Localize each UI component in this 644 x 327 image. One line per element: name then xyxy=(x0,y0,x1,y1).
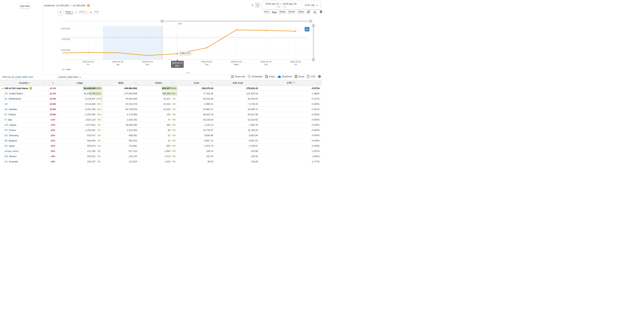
bids-column-menu[interactable]: ··· xyxy=(134,82,137,84)
cell-country[interactable]: ESSpain xyxy=(0,143,49,148)
chart-back-button[interactable] xyxy=(58,9,63,15)
cell-country[interactable]: BEBelgium xyxy=(0,138,49,143)
column-header-cost[interactable]: Cost ··· xyxy=(178,80,216,86)
cell-cost: 1,132.74 xyxy=(178,122,216,128)
y-brush-handle-bottom[interactable] xyxy=(312,58,315,62)
data-point[interactable] xyxy=(295,31,296,32)
country-code-link[interactable]: IT xyxy=(4,118,6,121)
column-header-imps[interactable]: ↓Imps ··· xyxy=(56,80,102,86)
short-link-button[interactable]: Short link xyxy=(231,75,245,78)
imps-column-menu[interactable]: ··· xyxy=(97,82,100,84)
cell-country[interactable]: 100 of 241 total itemsi xyxy=(0,86,49,91)
tooltip-date: 2025-04-21 xyxy=(171,62,184,64)
granularity-other[interactable]: Other... xyxy=(298,10,306,14)
time-brush-handle-left[interactable] xyxy=(160,20,164,23)
series-drag-handle[interactable] xyxy=(304,27,310,32)
data-point[interactable] xyxy=(236,29,237,31)
data-point[interactable] xyxy=(176,53,178,54)
custom-chart-lines-dropdown[interactable]: Custom chart lines xyxy=(58,76,81,78)
table-row: NLNetherlands±0.6%8,129,80710%40,300,084… xyxy=(0,96,322,102)
cell-country[interactable]: SESweden xyxy=(0,107,49,112)
csv-export-button[interactable]: CSV xyxy=(307,75,316,78)
cell-country[interactable]: PLPoland xyxy=(0,112,49,117)
column-header-ctr[interactable]: CTRf(x) ··· xyxy=(260,80,322,86)
timezone-display: (UTC +2) xyxy=(305,4,318,6)
cell-country[interactable]: AOAngola xyxy=(0,122,49,128)
cell-adv-cost: 49,821.56 xyxy=(216,112,260,117)
adv-cost-column-menu[interactable]: ··· xyxy=(255,82,258,84)
country-code-link[interactable]: FR xyxy=(4,129,8,132)
scheduler-button[interactable]: Scheduler xyxy=(248,75,263,78)
data-point[interactable] xyxy=(88,52,89,53)
country-code-link[interactable]: SE xyxy=(4,108,8,110)
cell-country[interactable]: (empty value) xyxy=(0,148,49,154)
cell-country[interactable]: ITItaly xyxy=(0,117,49,122)
granularity-selector: Hour|Day|Week|Month|Other... xyxy=(264,10,310,14)
cost-column-menu[interactable]: ··· xyxy=(210,82,213,84)
time-brush-handle-right[interactable] xyxy=(309,20,312,23)
data-point[interactable] xyxy=(265,30,267,31)
ctr-column-menu[interactable]: ··· xyxy=(317,82,320,84)
country-code-link[interactable]: PL xyxy=(4,113,7,116)
granularity-month[interactable]: Month xyxy=(288,10,295,14)
table-settings-gear-icon[interactable] xyxy=(318,75,321,78)
google-drive-button[interactable]: Drive xyxy=(265,75,275,78)
secondary-metric-dropdown[interactable]: Metric xyxy=(79,10,88,14)
country-code-link[interactable]: ES xyxy=(4,145,8,147)
country-column-menu[interactable]: ··· xyxy=(43,82,46,84)
cell-bids: 20,781,073 xyxy=(102,102,140,106)
date-next-button[interactable] xyxy=(255,2,260,8)
date-range-picker[interactable]: 2025 Apr 12 — 2025 Apr 25 -14d — -1d (UT… xyxy=(262,1,320,9)
add-column-button[interactable]: + xyxy=(49,80,57,86)
data-point[interactable] xyxy=(147,55,148,56)
excel-export-button[interactable]: Excel xyxy=(294,75,304,78)
cell-clicks: 3,0130% xyxy=(140,154,178,159)
date-prev-button[interactable] xyxy=(250,3,254,8)
cell-cost: 245,070.43 xyxy=(178,86,216,91)
country-code-link[interactable]: NL xyxy=(4,98,8,100)
country-name[interactable]: (empty value) xyxy=(4,150,19,152)
cell-ctr: 0.972% xyxy=(260,86,322,91)
country-code-link[interactable]: AO xyxy=(4,124,8,126)
onedrive-button[interactable]: OneDrive xyxy=(277,75,292,78)
cell-country[interactable]: AUAustralia xyxy=(0,159,49,164)
granularity-hour[interactable]: Hour xyxy=(264,10,269,14)
filter-scope-dropdown[interactable]: all visible xyxy=(12,76,22,79)
download-icon[interactable] xyxy=(313,10,316,14)
granularity-day[interactable]: Day xyxy=(272,11,276,14)
cell-country[interactable]: UK xyxy=(0,102,49,106)
data-point[interactable] xyxy=(117,52,118,54)
cell-country[interactable]: MXMexico xyxy=(0,154,49,159)
country-code-link[interactable]: AU xyxy=(4,160,8,163)
data-point[interactable] xyxy=(206,47,208,48)
add-filter-button[interactable]: Add filter xyxy=(20,4,30,8)
country-code-link[interactable]: BE xyxy=(4,140,8,142)
google-g-icon xyxy=(265,75,268,78)
country-code-link[interactable]: DE xyxy=(4,134,8,137)
gear-icon[interactable] xyxy=(320,10,322,14)
chart-legend[interactable]: total xyxy=(62,68,70,70)
open-in-new-icon[interactable] xyxy=(307,10,310,14)
cell-country[interactable]: DEGermany xyxy=(0,133,49,138)
clicks-column-menu[interactable]: ··· xyxy=(172,82,175,84)
total-info-icon[interactable]: i xyxy=(29,87,32,90)
column-header-country[interactable]: Country ··· xyxy=(0,80,49,86)
cell-country[interactable]: NLNetherlands xyxy=(0,96,49,101)
column-header-bids[interactable]: Bids ··· xyxy=(102,80,140,86)
shift-option[interactable]: Shift xyxy=(94,10,99,14)
table-row: AUAustralia±4%154,1570%311,9241,8150%89.… xyxy=(0,159,322,164)
country-code-link[interactable]: UK xyxy=(4,103,8,106)
country-code-link[interactable]: US xyxy=(4,92,8,95)
cell-ctr: 1.177% xyxy=(260,159,322,164)
cell-clicks: 765,34993% xyxy=(140,91,178,96)
country-code-link[interactable]: MX xyxy=(4,155,8,158)
audience-info-icon[interactable]: i xyxy=(87,4,90,7)
primary-metric-dropdown[interactable]: Imps xyxy=(66,10,73,14)
column-header-clicks[interactable]: Clicks ··· xyxy=(140,80,178,86)
y-brush-handle-top[interactable] xyxy=(312,24,315,28)
cell-country[interactable]: USUnited States xyxy=(0,91,49,96)
chart-resize-handle[interactable] xyxy=(186,72,190,74)
granularity-week[interactable]: Week xyxy=(280,10,286,14)
cell-country[interactable]: FRFrance xyxy=(0,128,49,133)
column-header-adv-cost[interactable]: Adv Cost ··· xyxy=(216,80,260,86)
